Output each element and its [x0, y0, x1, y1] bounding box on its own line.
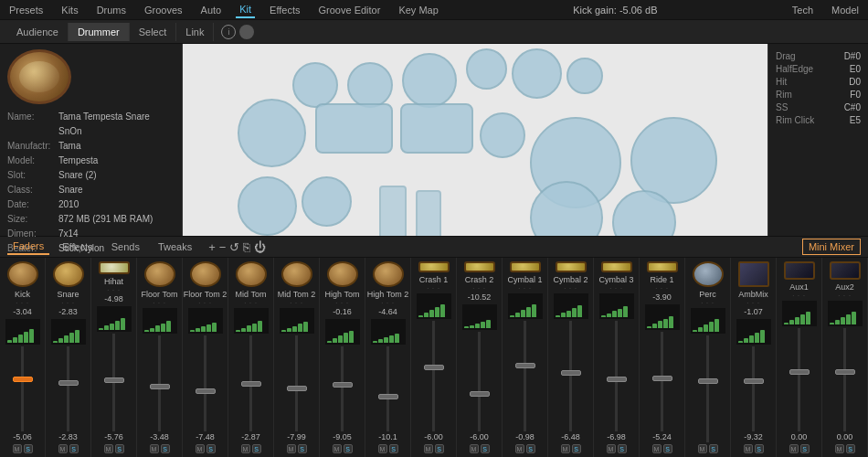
- mute-button[interactable]: M: [58, 444, 68, 453]
- drum-pad-ridecymbal[interactable]: [480, 112, 525, 158]
- drum-pad-small1[interactable]: [566, 58, 603, 94]
- fader-knob[interactable]: [515, 363, 535, 368]
- fader-knob[interactable]: [835, 369, 855, 375]
- drum-pad-kick[interactable]: [400, 103, 473, 154]
- solo-button[interactable]: S: [115, 444, 124, 453]
- menu-tech[interactable]: Tech: [789, 3, 817, 17]
- drum-pad-tom3[interactable]: [466, 48, 507, 90]
- solo-button[interactable]: S: [526, 444, 535, 453]
- fader-knob[interactable]: [607, 377, 627, 382]
- fader-tab-sends[interactable]: Sends: [106, 239, 145, 254]
- solo-button[interactable]: S: [298, 444, 307, 453]
- minus-icon[interactable]: −: [219, 240, 227, 254]
- fader-tab-tweaks[interactable]: Tweaks: [153, 239, 197, 254]
- fader-knob[interactable]: [789, 369, 810, 375]
- tab-link[interactable]: Link: [176, 23, 214, 41]
- solo-button[interactable]: S: [389, 444, 398, 453]
- solo-button[interactable]: S: [252, 444, 261, 453]
- fader-knob[interactable]: [424, 365, 444, 370]
- fader-tab-faders[interactable]: Faders: [7, 239, 49, 255]
- mute-button[interactable]: M: [104, 444, 113, 453]
- power-icon[interactable]: ⏻: [254, 240, 266, 254]
- fader-knob[interactable]: [744, 378, 764, 384]
- copy-icon[interactable]: ⎘: [243, 240, 250, 254]
- fader-knob[interactable]: [150, 384, 170, 389]
- solo-button[interactable]: S: [846, 444, 855, 453]
- mute-button[interactable]: M: [515, 444, 524, 453]
- menu-kit[interactable]: Kit: [236, 2, 255, 18]
- tab-audience[interactable]: Audience: [7, 23, 69, 41]
- solo-button[interactable]: S: [206, 444, 216, 453]
- fader-knob[interactable]: [470, 391, 490, 397]
- drum-pad-midtom[interactable]: [302, 176, 352, 227]
- menu-kits[interactable]: Kits: [58, 3, 81, 17]
- fader-knob[interactable]: [378, 394, 398, 399]
- solo-button[interactable]: S: [709, 444, 718, 453]
- mute-button[interactable]: M: [652, 444, 662, 453]
- tab-select[interactable]: Select: [130, 23, 177, 41]
- fader-knob[interactable]: [333, 382, 353, 388]
- mute-button[interactable]: M: [835, 444, 844, 453]
- menu-grooves[interactable]: Grooves: [141, 3, 186, 17]
- fader-knob[interactable]: [196, 388, 216, 394]
- fader-knob[interactable]: [104, 377, 124, 383]
- drum-pad-hh-pedal[interactable]: [379, 186, 407, 236]
- mini-mixer-button[interactable]: Mini Mixer: [802, 239, 861, 255]
- solo-button[interactable]: S: [344, 444, 353, 453]
- mute-button[interactable]: M: [287, 444, 296, 453]
- menu-effects[interactable]: Effects: [266, 3, 303, 17]
- channel-db-value: -5.76: [104, 432, 123, 441]
- mute-button[interactable]: M: [241, 444, 250, 453]
- solo-button[interactable]: S: [663, 444, 672, 453]
- drum-pad-floortom[interactable]: [238, 99, 306, 167]
- mute-button[interactable]: M: [150, 444, 159, 453]
- kit-visual[interactable]: [183, 44, 767, 236]
- solo-button[interactable]: S: [435, 444, 444, 453]
- mute-button[interactable]: M: [470, 444, 479, 453]
- plus-icon[interactable]: +: [208, 240, 216, 254]
- drum-pad-hihat-top2[interactable]: [512, 48, 562, 99]
- fader-knob[interactable]: [561, 370, 581, 376]
- mute-button[interactable]: M: [196, 444, 205, 453]
- menu-key-map[interactable]: Key Map: [395, 3, 441, 17]
- mute-button[interactable]: M: [333, 444, 342, 453]
- mute-button[interactable]: M: [13, 444, 22, 453]
- drum-pad-floortom2[interactable]: [238, 176, 297, 236]
- drum-pad-hihat-top[interactable]: [292, 62, 338, 108]
- mute-button[interactable]: M: [607, 444, 616, 453]
- solo-button[interactable]: S: [618, 444, 627, 453]
- solo-button[interactable]: S: [755, 444, 764, 453]
- solo-button[interactable]: S: [572, 444, 581, 453]
- menu-auto[interactable]: Auto: [197, 3, 226, 17]
- mute-button[interactable]: M: [424, 444, 433, 453]
- fader-knob[interactable]: [13, 377, 33, 382]
- fader-knob[interactable]: [287, 386, 307, 391]
- drum-pad-snare[interactable]: [315, 103, 393, 154]
- mute-button[interactable]: M: [744, 444, 753, 453]
- solo-button[interactable]: S: [800, 444, 810, 453]
- fader-knob[interactable]: [241, 381, 261, 387]
- menu-model[interactable]: Model: [828, 3, 863, 17]
- drum-pad-kick-pedal[interactable]: [416, 190, 441, 236]
- solo-button[interactable]: S: [24, 444, 33, 453]
- mute-button[interactable]: M: [561, 444, 570, 453]
- mute-button[interactable]: M: [698, 444, 707, 453]
- fader-knob[interactable]: [58, 380, 79, 386]
- channel-high-tom-2: High Tom 2· · ·-4.64-10.1MS: [365, 258, 411, 457]
- solo-button[interactable]: S: [481, 444, 490, 453]
- drum-pad-tom2[interactable]: [402, 53, 457, 108]
- fader-tab-effects[interactable]: Effects: [57, 239, 98, 254]
- fader-knob[interactable]: [652, 376, 672, 381]
- solo-button[interactable]: S: [161, 444, 170, 453]
- solo-button[interactable]: S: [69, 444, 79, 453]
- menu-drums[interactable]: Drums: [93, 3, 130, 17]
- mute-button[interactable]: M: [789, 444, 799, 453]
- reset-icon[interactable]: ↺: [229, 240, 239, 254]
- info-icon[interactable]: i: [221, 25, 236, 39]
- tab-drummer[interactable]: Drummer: [69, 23, 130, 41]
- fader-knob[interactable]: [698, 378, 718, 384]
- menu-presets[interactable]: Presets: [5, 3, 47, 17]
- mute-button[interactable]: M: [378, 444, 387, 453]
- menu-groove-editor[interactable]: Groove Editor: [315, 3, 385, 17]
- drum-pad-tom1[interactable]: [347, 62, 393, 108]
